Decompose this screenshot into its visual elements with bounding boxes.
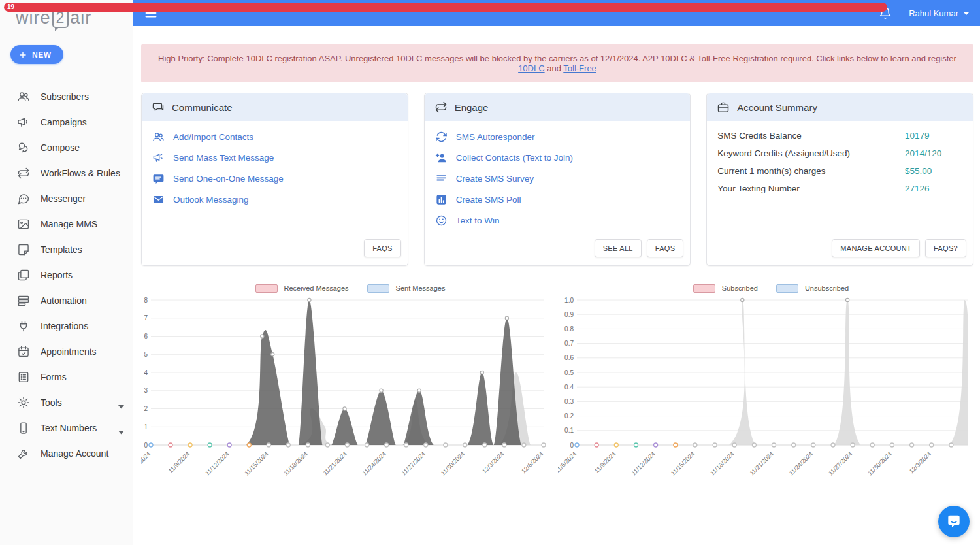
banner-text: High Priorty: Complete 10DLC registratio… [158,54,956,63]
sidebar-item[interactable]: Manage Account [0,440,133,466]
card-link[interactable]: Outlook Messaging [152,193,397,206]
chat-launcher-button[interactable] [938,506,970,537]
banner-link-tollfree[interactable]: Toll-Free [563,63,596,73]
repeat-icon [434,101,448,114]
manageaccount-icon [17,447,30,460]
svg-text:11/30/2024: 11/30/2024 [439,450,466,477]
card-link-label: Create SMS Survey [456,174,534,184]
sidebar-item[interactable]: WorkFlows & Rules [0,160,133,186]
sidebar-item[interactable]: Reports [0,262,133,288]
card-link[interactable]: Create SMS Poll [435,193,680,206]
card-link[interactable]: Create SMS Survey [435,173,680,185]
one-on-one-icon [152,173,165,185]
messages-chart-legend: Received MessagesSent Messages [141,283,547,293]
svg-text:5: 5 [144,351,148,358]
account-summary-row: SMS Credits Balance 10179 [717,131,962,140]
briefcase-icon [717,101,730,114]
new-button[interactable]: NEW [10,45,63,64]
svg-text:12/6/2024: 12/6/2024 [520,450,545,475]
legend-swatch [255,284,278,293]
sidebar-item-label: Integrations [41,321,88,331]
templates-icon [17,243,30,256]
account-summary-row: Current 1 month(s) charges $55.00 [717,166,962,176]
svg-text:3: 3 [144,387,148,394]
sidebar-item-label: Manage Account [41,448,108,459]
mms-icon [17,218,30,231]
svg-text:12/3/2024: 12/3/2024 [481,450,506,475]
priority-banner: High Priorty: Complete 10DLC registratio… [141,44,973,82]
tools-icon [17,396,30,409]
legend-swatch [693,284,715,293]
sidebar-item[interactable]: Messenger [0,186,133,211]
poll-icon [435,193,448,206]
card-link[interactable]: Send Mass Text Message [152,152,397,164]
user-name: Rahul Kumar [909,8,958,18]
survey-icon [435,173,448,185]
sidebar-item-label: WorkFlows & Rules [41,168,120,178]
legend-swatch [367,284,389,293]
legend-label: Sent Messages [396,284,446,292]
svg-text:11/24/2024: 11/24/2024 [787,450,814,477]
svg-text:12/3/2024: 12/3/2024 [907,450,932,475]
account-row-label: Keyword Credits (Assigned/Used) [717,148,905,158]
new-button-label: NEW [32,50,52,59]
svg-text:0.2: 0.2 [564,412,574,420]
sidebar-item[interactable]: Compose [0,135,133,160]
sidebar-item[interactable]: Manage MMS [0,211,133,237]
sidebar-item-label: Messenger [41,193,86,204]
svg-text:6: 6 [144,333,148,340]
card-link[interactable]: Text to Win [435,214,680,227]
contacts-icon [152,131,165,143]
sidebar-item-label: Campaigns [41,117,87,127]
sidebar-item[interactable]: Automation [0,288,133,313]
sidebar-item[interactable]: Tools [0,389,133,415]
sidebar-item-label: Forms [41,372,67,382]
svg-text:2: 2 [144,405,148,412]
banner-link-10dlc[interactable]: 10DLC [518,63,544,73]
card-link-label: Text to Win [456,216,500,225]
svg-text:0: 0 [144,442,148,449]
topbar-right: 19 Rahul Kumar [879,7,970,20]
sidebar-item[interactable]: Templates [0,237,133,262]
card-link[interactable]: SMS Autoresponder [435,131,680,143]
svg-text:11/18/2024: 11/18/2024 [282,450,309,477]
svg-text:11/12/2024: 11/12/2024 [204,450,231,477]
card-link[interactable]: Send One-on-One Message [152,173,397,185]
chevron-down-icon [118,426,124,430]
reports-icon [17,269,30,282]
sidebar-item[interactable]: Integrations [0,313,133,339]
workflows-icon [17,167,30,180]
account-row-label: Current 1 month(s) charges [717,166,905,176]
forms-icon [17,371,30,384]
svg-text:11/12/2024: 11/12/2024 [630,450,657,477]
subscribers-icon [17,90,30,103]
sidebar-item[interactable]: Campaigns [0,109,133,135]
svg-text:11/6/2024: 11/6/2024 [558,450,578,474]
svg-text:11/9/2024: 11/9/2024 [593,450,617,474]
subscribers-chart-legend: SubscribedUnsubscribed [558,283,972,293]
account-footer-button[interactable]: FAQS? [925,239,966,257]
sidebar-item[interactable]: Subscribers [0,84,133,109]
faqs-button[interactable]: FAQS [364,239,401,257]
sidebar-item-label: Subscribers [41,91,89,102]
subscribers-chart-block: SubscribedUnsubscribed 00.10.20.30.40.50… [558,283,972,486]
sidebar-item[interactable]: Text Numbers [0,415,133,440]
charts-row: Received MessagesSent Messages 012345678… [141,283,973,486]
engage-footer-button[interactable]: SEE ALL [595,239,642,257]
engage-card-header: Engage [425,93,691,121]
engage-card: Engage SMS Autoresponder Collect Contact… [424,93,691,266]
user-menu[interactable]: Rahul Kumar [909,8,970,18]
account-row-label: SMS Credits Balance [717,131,905,140]
account-summary-header: Account Summary [707,93,973,121]
sidebar-item-label: Reports [41,270,73,280]
card-link[interactable]: Add/Import Contacts [152,131,397,143]
card-link[interactable]: Collect Contacts (Text to Join) [435,152,680,164]
sidebar-item-label: Tools [41,397,62,408]
sidebar-item[interactable]: Appointments [0,339,133,364]
account-footer-button[interactable]: MANAGE ACCOUNT [832,239,920,257]
engage-footer-button[interactable]: FAQS [647,239,684,257]
main-area: 19 Rahul Kumar High Priorty: Complete 10… [133,0,980,545]
sidebar-item[interactable]: Forms [0,364,133,389]
svg-text:1: 1 [144,423,148,431]
svg-text:0: 0 [570,442,574,449]
